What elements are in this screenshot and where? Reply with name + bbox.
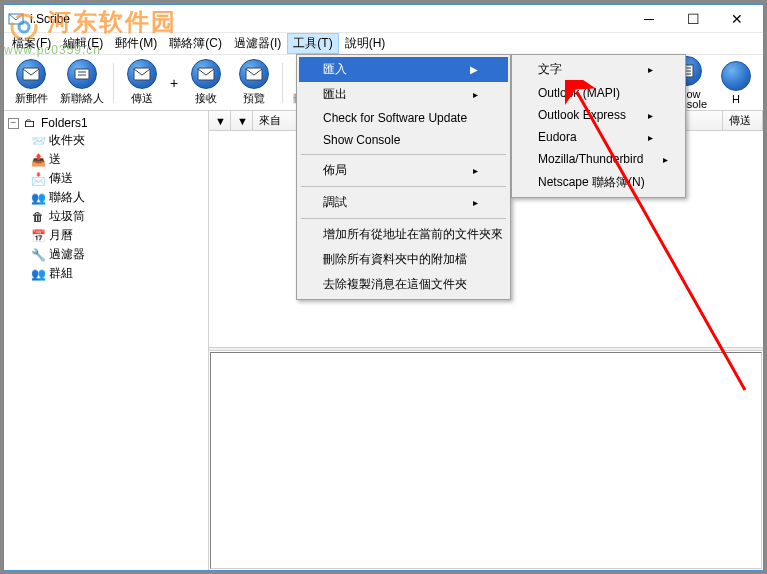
tool-label: 傳送 bbox=[131, 91, 153, 106]
menu-label: Show Console bbox=[323, 133, 400, 147]
splitter[interactable] bbox=[209, 347, 763, 351]
menu-label: Check for Software Update bbox=[323, 111, 467, 125]
inbox-icon: 📨 bbox=[30, 134, 46, 148]
mail-icon bbox=[16, 59, 46, 89]
menu-item-import-outlook-mapi[interactable]: Outlook (MAPI) bbox=[514, 82, 683, 104]
tree-outbox[interactable]: 📤送 bbox=[6, 150, 206, 169]
menu-item-remove-dup[interactable]: 去除複製消息在這個文件夾 bbox=[299, 272, 508, 297]
tool-label: 接收 bbox=[195, 91, 217, 106]
import-submenu: 文字▸ Outlook (MAPI) Outlook Express▸ Eudo… bbox=[511, 54, 686, 198]
svg-rect-9 bbox=[246, 68, 262, 80]
menubar: 檔案(F) 編輯(E) 郵件(M) 聯絡簿(C) 過濾器(I) 工具(T) 說明… bbox=[4, 33, 763, 55]
menu-item-import-outlook-express[interactable]: Outlook Express▸ bbox=[514, 104, 683, 126]
submenu-arrow-icon: ▸ bbox=[648, 110, 653, 121]
tool-send[interactable]: 傳送 bbox=[119, 57, 165, 108]
menu-item-layout[interactable]: 佈局▸ bbox=[299, 158, 508, 183]
tree-label: 垃圾筒 bbox=[49, 208, 85, 225]
menu-item-import-mozilla[interactable]: Mozilla/Thunderbird▸ bbox=[514, 148, 683, 170]
menu-label: Mozilla/Thunderbird bbox=[538, 152, 643, 166]
tool-receive[interactable]: 接收 bbox=[183, 57, 229, 108]
tree-groups[interactable]: 👥群組 bbox=[6, 264, 206, 283]
menu-file[interactable]: 檔案(F) bbox=[6, 33, 57, 54]
menu-label: 增加所有從地址在當前的文件夾來 bbox=[323, 226, 503, 243]
tree-label: 過濾器 bbox=[49, 246, 85, 263]
separator bbox=[113, 63, 114, 103]
sent-icon: 📩 bbox=[30, 172, 46, 186]
submenu-arrow-icon: ▸ bbox=[473, 89, 478, 100]
h-icon bbox=[721, 61, 751, 91]
col-send[interactable]: 傳送 bbox=[723, 111, 763, 130]
tree-label: 送 bbox=[49, 151, 61, 168]
menu-filter[interactable]: 過濾器(I) bbox=[228, 33, 287, 54]
col-flag[interactable]: ▼ bbox=[209, 111, 231, 130]
tree-label: 聯絡人 bbox=[49, 189, 85, 206]
tool-new-mail[interactable]: 新郵件 bbox=[8, 57, 54, 108]
menu-mail[interactable]: 郵件(M) bbox=[109, 33, 163, 54]
menu-contacts[interactable]: 聯絡簿(C) bbox=[163, 33, 228, 54]
menu-item-del-attach[interactable]: 刪除所有資料夾中的附加檔 bbox=[299, 247, 508, 272]
menu-label: Netscape 聯絡簿(N) bbox=[538, 174, 645, 191]
menu-label: Outlook Express bbox=[538, 108, 626, 122]
menu-tools[interactable]: 工具(T) bbox=[287, 33, 338, 54]
groups-icon: 👥 bbox=[30, 267, 46, 281]
tool-new-contact[interactable]: 新聯絡人 bbox=[56, 57, 108, 108]
preview-pane bbox=[210, 352, 762, 570]
menu-separator bbox=[301, 186, 506, 187]
submenu-arrow-icon: ▸ bbox=[473, 165, 478, 176]
menu-item-import-text[interactable]: 文字▸ bbox=[514, 57, 683, 82]
svg-rect-4 bbox=[75, 69, 89, 79]
tools-dropdown: 匯入▶ 匯出▸ Check for Software Update Show C… bbox=[296, 54, 511, 300]
menu-label: 匯出 bbox=[323, 86, 347, 103]
tree-trash[interactable]: 🗑垃圾筒 bbox=[6, 207, 206, 226]
preview-icon bbox=[239, 59, 269, 89]
col-attach[interactable]: ▼ bbox=[231, 111, 253, 130]
svg-rect-7 bbox=[134, 68, 150, 80]
menu-label: 刪除所有資料夾中的附加檔 bbox=[323, 251, 467, 268]
trash-icon: 🗑 bbox=[30, 210, 46, 224]
tool-label: 預覽 bbox=[243, 91, 265, 106]
tree-label: 傳送 bbox=[49, 170, 73, 187]
calendar-icon: 📅 bbox=[30, 229, 46, 243]
send-icon bbox=[127, 59, 157, 89]
tree-root[interactable]: − 🗀 Folders1 bbox=[6, 115, 206, 131]
folder-tree: − 🗀 Folders1 📨收件夾 📤送 📩傳送 👥聯絡人 🗑垃圾筒 📅月曆 🔧… bbox=[4, 111, 209, 570]
submenu-arrow-icon: ▸ bbox=[648, 64, 653, 75]
separator bbox=[282, 63, 283, 103]
menu-item-export[interactable]: 匯出▸ bbox=[299, 82, 508, 107]
tree-sent[interactable]: 📩傳送 bbox=[6, 169, 206, 188]
close-button[interactable]: ✕ bbox=[715, 6, 759, 32]
svg-rect-8 bbox=[198, 68, 214, 80]
maximize-button[interactable]: ☐ bbox=[671, 6, 715, 32]
menu-item-import-netscape[interactable]: Netscape 聯絡簿(N) bbox=[514, 170, 683, 195]
menu-separator bbox=[301, 218, 506, 219]
submenu-arrow-icon: ▶ bbox=[470, 64, 478, 75]
menu-item-show-console[interactable]: Show Console bbox=[299, 129, 508, 151]
tree-calendar[interactable]: 📅月曆 bbox=[6, 226, 206, 245]
menu-item-check-update[interactable]: Check for Software Update bbox=[299, 107, 508, 129]
submenu-arrow-icon: ▸ bbox=[473, 197, 478, 208]
tool-label: 新郵件 bbox=[15, 91, 48, 106]
tool-label: 新聯絡人 bbox=[60, 91, 104, 106]
outbox-icon: 📤 bbox=[30, 153, 46, 167]
collapse-icon[interactable]: − bbox=[8, 118, 19, 129]
submenu-arrow-icon: ▸ bbox=[663, 154, 668, 165]
tool-h[interactable]: H bbox=[713, 59, 759, 107]
menu-item-add-addr[interactable]: 增加所有從地址在當前的文件夾來 bbox=[299, 222, 508, 247]
tree-inbox[interactable]: 📨收件夾 bbox=[6, 131, 206, 150]
svg-rect-3 bbox=[23, 68, 39, 80]
menu-help[interactable]: 說明(H) bbox=[339, 33, 392, 54]
menu-item-import[interactable]: 匯入▶ bbox=[299, 57, 508, 82]
tool-label: H bbox=[732, 93, 740, 105]
menu-edit[interactable]: 編輯(E) bbox=[57, 33, 109, 54]
tree-contacts[interactable]: 👥聯絡人 bbox=[6, 188, 206, 207]
menu-label: Eudora bbox=[538, 130, 577, 144]
submenu-arrow-icon: ▸ bbox=[648, 132, 653, 143]
menu-label: 佈局 bbox=[323, 162, 347, 179]
minimize-button[interactable]: ─ bbox=[627, 6, 671, 32]
tool-preview[interactable]: 預覽 bbox=[231, 57, 277, 108]
menu-item-import-eudora[interactable]: Eudora▸ bbox=[514, 126, 683, 148]
tool-plus[interactable]: + bbox=[167, 75, 181, 91]
menu-item-debug[interactable]: 調試▸ bbox=[299, 190, 508, 215]
tree-label: 收件夾 bbox=[49, 132, 85, 149]
tree-filters[interactable]: 🔧過濾器 bbox=[6, 245, 206, 264]
